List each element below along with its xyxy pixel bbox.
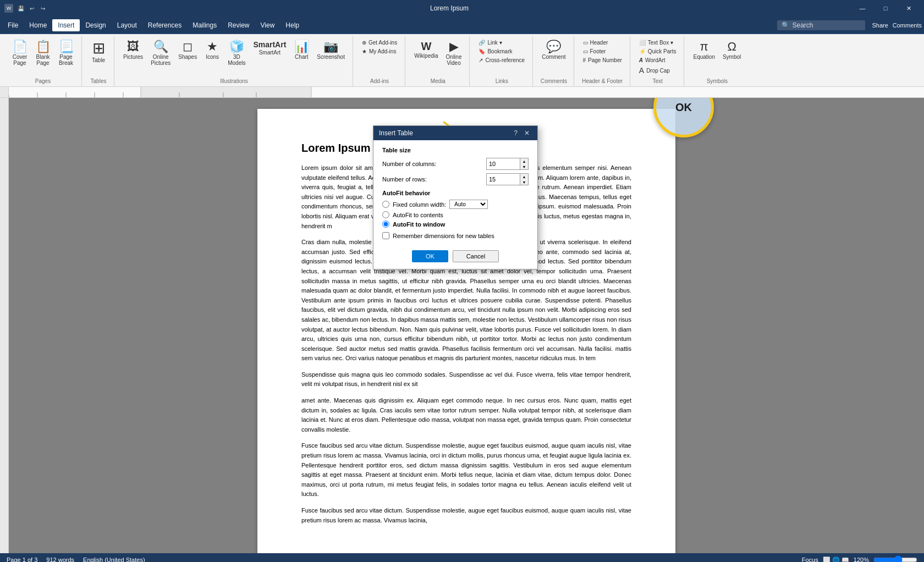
- menu-design[interactable]: Design: [80, 19, 111, 31]
- radio-window[interactable]: [382, 221, 389, 228]
- comments-btn[interactable]: Comments: [893, 22, 922, 29]
- table-btn[interactable]: ⊞ Table: [87, 38, 109, 65]
- cancel-button[interactable]: Cancel: [453, 250, 499, 262]
- symbols-label: Symbols: [707, 76, 728, 84]
- radio-fixed-row: Fixed column width: Auto: [382, 200, 529, 209]
- cols-down-btn[interactable]: ▼: [520, 164, 528, 169]
- smartart-btn[interactable]: SmartArt SmartArt: [250, 38, 289, 58]
- header-btn[interactable]: ▭ Header: [580, 38, 625, 47]
- pictures-btn[interactable]: 🖼 Pictures: [120, 38, 146, 62]
- rows-label: Number of rows:: [382, 176, 427, 183]
- rows-down-btn[interactable]: ▼: [520, 179, 528, 185]
- menu-home[interactable]: Home: [24, 19, 52, 31]
- 3d-models-icon: 🧊: [229, 41, 244, 53]
- menu-review[interactable]: Review: [222, 19, 255, 31]
- blank-page-btn[interactable]: 📋 BlankPage: [32, 38, 54, 68]
- menu-help[interactable]: Help: [280, 19, 305, 31]
- focus-label[interactable]: Focus: [802, 557, 818, 562]
- shapes-btn[interactable]: ◻ Shapes: [175, 38, 200, 62]
- cross-reference-icon: ↗: [479, 57, 483, 63]
- cols-row: Number of columns: ▲ ▼: [382, 158, 529, 170]
- status-right: Focus ⬜ 🌐 📖 120%: [802, 555, 917, 562]
- online-pictures-btn[interactable]: 🔍 OnlinePictures: [147, 38, 174, 68]
- symbol-btn[interactable]: Ω Symbol: [719, 38, 744, 62]
- rows-input[interactable]: [487, 175, 520, 184]
- menu-insert[interactable]: Insert: [52, 19, 80, 31]
- page-number-btn[interactable]: # Page Number: [580, 56, 625, 64]
- left-panel: [0, 98, 9, 553]
- share-btn[interactable]: Share: [872, 22, 888, 29]
- cover-page-btn[interactable]: 📄 CoverPage: [9, 38, 31, 68]
- document-area[interactable]: Lorem Ipsum Lorem ipsum dolor sit amet, …: [9, 98, 924, 553]
- autofit-section: AutoFit behavior Fixed column width: Aut…: [382, 190, 529, 228]
- get-addins-btn[interactable]: ⊕ Get Add-ins: [359, 38, 400, 47]
- blank-page-icon: 📋: [36, 41, 51, 53]
- fixed-width-select[interactable]: Auto: [449, 200, 488, 209]
- my-addins-icon: ★: [362, 48, 367, 54]
- cols-up-btn[interactable]: ▲: [520, 158, 528, 164]
- view-icons: ⬜ 🌐 📖: [823, 557, 849, 563]
- smartart-icon: SmartArt: [253, 41, 286, 48]
- drop-cap-btn[interactable]: A Drop Cap: [636, 65, 680, 76]
- document[interactable]: Lorem Ipsum Lorem ipsum dolor sit amet, …: [257, 109, 675, 553]
- 3d-models-btn[interactable]: 🧊 3DModels: [224, 38, 249, 68]
- equation-icon: π: [700, 41, 708, 53]
- symbol-icon: Ω: [727, 41, 736, 53]
- zoom-slider[interactable]: [873, 555, 917, 562]
- menu-file[interactable]: File: [2, 19, 24, 31]
- wordart-btn[interactable]: A WordArt: [636, 56, 680, 64]
- text-box-btn[interactable]: ⬜ Text Box ▾: [636, 38, 680, 47]
- dialog-help-btn[interactable]: ?: [512, 129, 520, 137]
- radio-fixed-label: Fixed column width:: [393, 201, 446, 208]
- drop-cap-icon: A: [639, 66, 644, 75]
- menu-view[interactable]: View: [255, 19, 280, 31]
- redo-btn[interactable]: ↪: [38, 4, 47, 13]
- undo-btn[interactable]: ↩: [28, 4, 36, 13]
- word-icon: W: [4, 4, 13, 13]
- remember-checkbox[interactable]: [382, 232, 389, 239]
- cross-reference-btn[interactable]: ↗ Cross-reference: [475, 56, 528, 64]
- comment-btn[interactable]: 💬 Comment: [538, 38, 569, 62]
- title-bar-left: W 💾 ↩ ↪: [4, 4, 47, 13]
- my-addins-btn[interactable]: ★ My Add-ins: [359, 47, 400, 56]
- ribbon-group-symbols: π Equation Ω Symbol Symbols: [685, 36, 749, 86]
- quick-parts-btn[interactable]: ⚡ Quick Parts: [636, 47, 680, 56]
- menu-mailings[interactable]: Mailings: [187, 19, 222, 31]
- search-label: Search: [792, 21, 813, 29]
- equation-btn[interactable]: π Equation: [690, 38, 718, 62]
- ribbon-group-illustrations: 🖼 Pictures 🔍 OnlinePictures ◻ Shapes ★ I…: [116, 36, 353, 86]
- dialog-body: Table size Number of columns: ▲ ▼ Number: [373, 140, 537, 246]
- table-icon: ⊞: [92, 41, 105, 56]
- bookmark-btn[interactable]: 🔖 Bookmark: [475, 47, 528, 56]
- save-btn[interactable]: 💾: [16, 4, 25, 13]
- app-title: Lorem Ipsum: [430, 4, 469, 12]
- close-btn[interactable]: ✕: [898, 0, 920, 16]
- radio-contents-row: AutoFit to contents: [382, 211, 529, 218]
- cols-input[interactable]: [487, 159, 520, 168]
- menu-references[interactable]: References: [142, 19, 187, 31]
- screenshot-btn[interactable]: 📷 Screenshot: [314, 38, 348, 62]
- maximize-btn[interactable]: □: [875, 0, 897, 16]
- dialog-close-btn[interactable]: ✕: [522, 129, 532, 137]
- radio-fixed[interactable]: [382, 201, 389, 208]
- read-mode-icon[interactable]: 📖: [842, 557, 849, 563]
- minimize-btn[interactable]: —: [851, 0, 873, 16]
- insert-table-dialog[interactable]: Insert Table ? ✕ Table size Number of co…: [373, 125, 538, 269]
- print-layout-icon[interactable]: ⬜: [823, 557, 831, 563]
- link-btn[interactable]: 🔗 Link ▾: [475, 38, 528, 47]
- doc-para-5: Fusce faucibus sed arcu vitae dictum. Su…: [301, 441, 631, 499]
- web-layout-icon[interactable]: 🌐: [832, 557, 840, 563]
- rows-up-btn[interactable]: ▲: [520, 174, 528, 179]
- illustrations-label: Illustrations: [220, 76, 248, 84]
- footer-btn[interactable]: ▭ Footer: [580, 47, 625, 56]
- search-box[interactable]: 🔍 Search: [777, 20, 865, 30]
- online-video-btn[interactable]: ▶ OnlineVideo: [443, 38, 465, 68]
- wikipedia-btn[interactable]: W Wikipedia: [411, 38, 441, 61]
- radio-contents[interactable]: [382, 211, 389, 218]
- page-break-btn[interactable]: 📃 PageBreak: [55, 38, 77, 68]
- icons-btn[interactable]: ★ Icons: [201, 38, 223, 62]
- ok-button[interactable]: OK: [412, 250, 448, 262]
- chart-btn[interactable]: 📊 Chart: [290, 38, 312, 62]
- menu-layout[interactable]: Layout: [112, 19, 142, 31]
- pages-buttons: 📄 CoverPage 📋 BlankPage 📃 PageBreak: [9, 38, 77, 76]
